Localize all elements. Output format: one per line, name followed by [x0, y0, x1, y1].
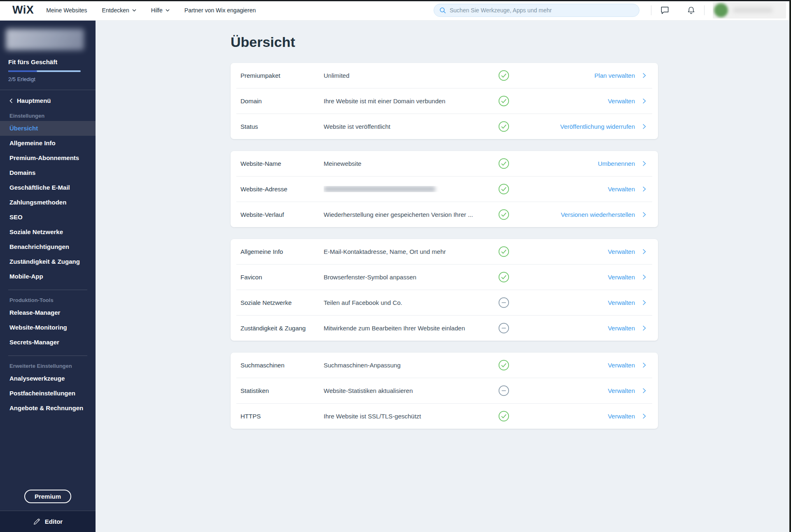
nav-entdecken[interactable]: Entdecken: [102, 7, 136, 14]
nav-label: Partner von Wix engagieren: [184, 7, 256, 14]
search-icon: [439, 7, 446, 15]
editor-button[interactable]: Editor: [0, 511, 96, 532]
sidebar-item-allgemeine-info[interactable]: Allgemeine Info: [0, 136, 96, 151]
row-label: Soziale Netzwerke: [240, 299, 324, 306]
status-minus-icon: [498, 385, 509, 397]
sidebar-item-website-monitoring[interactable]: Website-Monitoring: [0, 320, 96, 335]
row-description-blurred: [324, 186, 493, 192]
action-verwalten[interactable]: Verwalten: [608, 387, 635, 394]
progress-fill: [8, 70, 37, 72]
sidebar-item-secrets-manager[interactable]: Secrets-Manager: [0, 335, 96, 350]
sidebar-item-mobile-app[interactable]: Mobile-App: [0, 269, 96, 284]
notifications-bell-icon[interactable]: [687, 6, 695, 15]
row-description: E-Mail-Kontaktadresse, Name, Ort und meh…: [324, 248, 493, 255]
row-label: Zuständigkeit & Zugang: [240, 325, 324, 332]
nav-meine-websites[interactable]: Meine Websites: [46, 7, 87, 14]
back-label: Hauptmenü: [17, 97, 51, 104]
wix-logo[interactable]: WiX: [12, 4, 34, 16]
account-menu[interactable]: [713, 2, 786, 19]
sidebar-item-benachrichtigungen[interactable]: Benachrichtigungen: [0, 239, 96, 254]
sidebar-item-premium-abonnements[interactable]: Premium-Abonnements: [0, 151, 96, 165]
sidebar-item-soziale-netzwerke[interactable]: Soziale Netzwerke: [0, 225, 96, 239]
chevron-right-icon[interactable]: [642, 413, 646, 419]
chat-icon[interactable]: [660, 5, 670, 15]
row-website-verlauf: Website-Verlauf Wiederherstellung einer …: [231, 202, 658, 227]
sidebar-item-zahlungsmethoden[interactable]: Zahlungsmethoden: [0, 195, 96, 210]
sidebar-item-postfacheinstellungen[interactable]: Postfacheinstellungen: [0, 386, 96, 401]
status-minus-icon: [498, 297, 509, 309]
row-description: Teilen auf Facebook und Co.: [324, 299, 493, 306]
row-description: Website ist veröffentlicht: [324, 123, 493, 130]
status-check-icon: [498, 410, 509, 422]
chevron-right-icon[interactable]: [642, 186, 646, 192]
chevron-right-icon[interactable]: [642, 72, 646, 79]
chevron-right-icon[interactable]: [642, 160, 646, 167]
chevron-right-icon[interactable]: [642, 388, 646, 394]
checklist-progress-label: 2/5 Erledigt: [8, 76, 87, 82]
sidebar-item-zustaendigkeit-zugang[interactable]: Zuständigkeit & Zugang: [0, 254, 96, 269]
row-description: Suchmaschinen-Anpassung: [324, 362, 493, 369]
chevron-right-icon[interactable]: [642, 98, 646, 104]
status-check-icon: [498, 246, 509, 258]
search-bar: [434, 4, 639, 17]
top-nav: Meine Websites Entdecken Hilfe Partner v…: [46, 7, 256, 14]
row-website-adresse: Website-Adresse Verwalten: [231, 177, 658, 202]
row-label: Website-Adresse: [240, 186, 324, 193]
section-label-produktion-tools: Produktion-Tools: [0, 290, 96, 305]
sidebar-item-release-manager[interactable]: Release-Manager: [0, 305, 96, 320]
action-versionen-wiederherstellen[interactable]: Versionen wiederherstellen: [561, 211, 635, 218]
premium-button[interactable]: Premium: [24, 490, 71, 503]
action-verwalten[interactable]: Verwalten: [608, 299, 635, 306]
chevron-down-icon: [166, 9, 170, 12]
chevron-right-icon[interactable]: [642, 249, 646, 255]
row-domain: Domain Ihre Website ist mit einer Domain…: [231, 88, 658, 114]
action-verwalten[interactable]: Verwalten: [608, 362, 635, 369]
nav-label: Meine Websites: [46, 7, 87, 14]
chevron-right-icon[interactable]: [642, 211, 646, 218]
site-name-blurred: [6, 29, 84, 50]
status-check-icon: [498, 209, 509, 221]
action-plan-verwalten[interactable]: Plan verwalten: [595, 72, 635, 79]
status-check-icon: [498, 70, 509, 81]
main-content: Übersicht Premiumpaket Unlimited Plan ve…: [96, 21, 791, 532]
action-verwalten[interactable]: Verwalten: [608, 98, 635, 105]
action-veroeffentlichung-widerrufen[interactable]: Veröffentlichung widerrufen: [560, 123, 635, 130]
row-description: Ihre Website ist mit einer Domain verbun…: [324, 98, 493, 105]
chevron-right-icon[interactable]: [642, 274, 646, 280]
chevron-right-icon[interactable]: [642, 325, 646, 331]
search-input[interactable]: [434, 4, 639, 17]
action-verwalten[interactable]: Verwalten: [608, 325, 635, 332]
action-verwalten[interactable]: Verwalten: [608, 248, 635, 255]
nav-hilfe[interactable]: Hilfe: [151, 7, 170, 14]
top-bar: WiX Meine Websites Entdecken Hilfe Partn…: [0, 0, 791, 21]
row-label: Suchmaschinen: [240, 362, 324, 369]
action-verwalten[interactable]: Verwalten: [608, 413, 635, 420]
checklist-progress-bar[interactable]: [8, 70, 81, 72]
back-to-hauptmenu[interactable]: Hauptmenü: [0, 90, 96, 106]
chevron-right-icon[interactable]: [642, 300, 646, 306]
action-umbenennen[interactable]: Umbenennen: [598, 160, 635, 167]
sidebar-item-angebote-rechnungen[interactable]: Angebote & Rechnungen: [0, 401, 96, 416]
chevron-right-icon[interactable]: [642, 362, 646, 368]
sidebar-item-analysewerkzeuge[interactable]: Analysewerkzeuge: [0, 371, 96, 386]
nav-label: Hilfe: [151, 7, 163, 14]
topbar-divider: [651, 5, 651, 15]
sidebar-item-geschaeftliche-email[interactable]: Geschäftliche E-Mail: [0, 180, 96, 195]
status-check-icon: [498, 271, 509, 283]
row-status: Status Website ist veröffentlicht Veröff…: [231, 114, 658, 139]
nav-partner-engagieren[interactable]: Partner von Wix engagieren: [184, 7, 256, 14]
status-check-icon: [498, 95, 509, 107]
row-favicon: Favicon Browserfenster-Symbol anpassen V…: [231, 265, 658, 290]
sidebar-item-seo[interactable]: SEO: [0, 210, 96, 225]
row-https: HTTPS Ihre Website ist SSL/TLS-geschützt…: [231, 404, 658, 429]
action-verwalten[interactable]: Verwalten: [608, 274, 635, 281]
row-label: Status: [240, 123, 324, 130]
chevron-right-icon[interactable]: [642, 123, 646, 130]
action-verwalten[interactable]: Verwalten: [608, 186, 635, 193]
card-website-identity: Website-Name Meinewebsite Umbenennen Web…: [231, 151, 658, 227]
pencil-icon: [33, 518, 40, 525]
sidebar-item-domains[interactable]: Domains: [0, 165, 96, 180]
row-label: Allgemeine Info: [240, 248, 324, 255]
row-description: Wiederherstellung einer gespeicherten Ve…: [324, 211, 493, 218]
sidebar-item-uebersicht[interactable]: Übersicht: [0, 121, 96, 136]
